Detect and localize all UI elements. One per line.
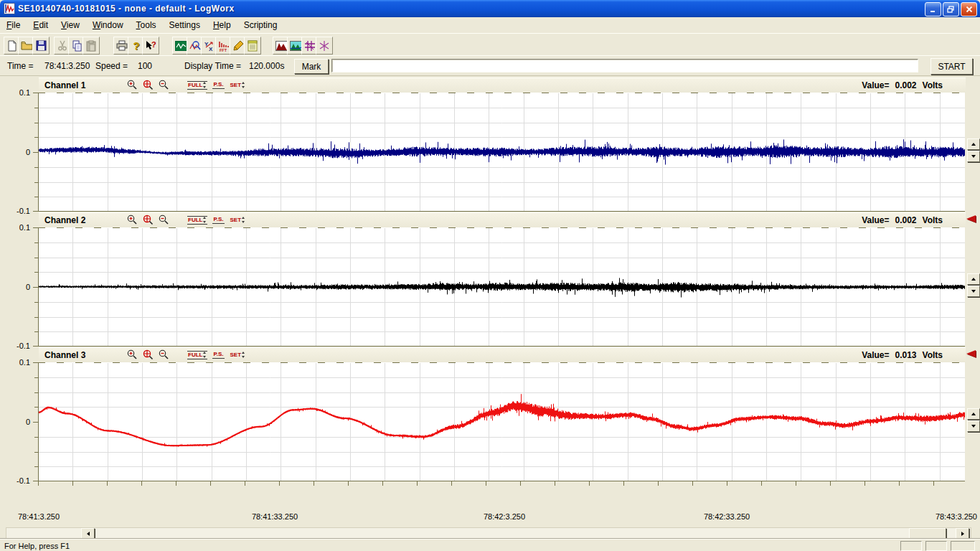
channel-settings-button[interactable] xyxy=(244,37,261,55)
channel2-name: Channel 2 xyxy=(44,215,85,225)
display-time-value: 120.000s xyxy=(249,61,284,71)
y-axis-label: 0 xyxy=(0,148,30,156)
menu-scripting[interactable]: Scripting xyxy=(237,19,284,32)
channel3-value: Value= 0.013 Volts xyxy=(862,350,943,360)
channel2-header: Channel 2 FULL P.S. SET Value= 0.002 Vol… xyxy=(39,212,966,228)
compare-axes-button[interactable] xyxy=(316,37,333,55)
down-arrow-icon xyxy=(971,155,976,158)
mark-button[interactable]: Mark xyxy=(294,59,329,74)
channel2-offset-spinner xyxy=(967,273,979,298)
spin-down-button[interactable] xyxy=(967,420,980,432)
zoom-out-icon[interactable] xyxy=(159,215,169,225)
menu-window[interactable]: Window xyxy=(86,19,130,32)
x-axis-label: 78:41:33.250 xyxy=(252,512,298,521)
channel3-marker-arrow[interactable] xyxy=(966,350,976,357)
updown-arrow-icon xyxy=(242,352,245,358)
red-mountain-icon xyxy=(275,41,288,51)
minimize-icon xyxy=(930,6,937,13)
scroll-right-button[interactable] xyxy=(956,528,969,540)
paste-button[interactable] xyxy=(83,37,100,55)
pencil-icon xyxy=(233,40,244,51)
menu-settings[interactable]: Settings xyxy=(163,19,207,32)
speed-value: 100 xyxy=(138,61,152,71)
question-mark-icon: ? xyxy=(133,39,139,52)
y-axis-label: -0.1 xyxy=(0,342,30,350)
updown-arrow-icon xyxy=(203,217,207,223)
channel2-plot[interactable] xyxy=(32,227,965,347)
status-bar: For Help, press F1 xyxy=(0,539,980,551)
x-axis-label: 78:41:3.250 xyxy=(18,512,60,521)
channel3-name: Channel 3 xyxy=(44,350,85,360)
zoom-pan-icon[interactable] xyxy=(143,80,154,90)
close-icon xyxy=(966,6,973,13)
spin-down-button[interactable] xyxy=(967,151,980,162)
svg-text:?: ? xyxy=(151,40,156,49)
menu-tools[interactable]: Tools xyxy=(130,19,163,32)
printer-icon xyxy=(116,40,128,51)
channel3-offset-spinner xyxy=(967,408,979,433)
ps-scale-button[interactable]: P.S. xyxy=(212,351,224,359)
ps-scale-button[interactable]: P.S. xyxy=(212,216,224,224)
set-scale-button[interactable]: SET xyxy=(230,217,247,224)
value-unit: Volts xyxy=(923,350,943,360)
main-toolbar: ? ? YX FFT xyxy=(0,33,980,56)
channel1-toolbar: FULL P.S. SET xyxy=(127,80,246,90)
restore-button[interactable] xyxy=(943,2,959,17)
zoom-pan-icon[interactable] xyxy=(143,349,154,360)
scrollbar-thumb[interactable] xyxy=(909,528,946,540)
spin-up-button[interactable] xyxy=(967,408,980,420)
channel2-marker-arrow[interactable] xyxy=(966,215,976,222)
svg-text:X: X xyxy=(209,46,213,52)
app-logo-icon xyxy=(4,3,15,14)
updown-arrow-icon xyxy=(203,82,207,88)
spin-down-button[interactable] xyxy=(967,286,980,297)
zoom-out-icon[interactable] xyxy=(159,349,169,360)
save-button[interactable] xyxy=(32,37,50,55)
waveform-display-icon xyxy=(175,41,187,51)
set-scale-button[interactable]: SET xyxy=(230,352,247,359)
down-arrow-icon xyxy=(971,290,976,293)
menu-file[interactable]: File xyxy=(0,19,27,32)
title-bar: SE10140740-10181015 - none - default - L… xyxy=(0,0,980,17)
svg-text:FFT: FFT xyxy=(220,48,227,52)
settings-list-icon xyxy=(248,40,258,52)
channel3-plot[interactable] xyxy=(32,362,965,481)
channel1-offset-spinner xyxy=(967,138,979,163)
close-button[interactable] xyxy=(961,2,977,17)
full-scale-button[interactable]: FULL xyxy=(187,351,207,359)
spin-up-button[interactable] xyxy=(967,138,980,150)
menu-edit[interactable]: Edit xyxy=(27,19,55,32)
right-arrow-icon xyxy=(961,532,964,536)
menu-view[interactable]: View xyxy=(55,19,86,32)
status-pane xyxy=(925,541,947,551)
zoom-waveform-icon xyxy=(189,40,201,52)
minimize-button[interactable] xyxy=(925,2,941,17)
channel1-plot[interactable] xyxy=(32,93,965,212)
set-scale-button[interactable]: SET xyxy=(230,82,247,89)
channel2-value: Value= 0.002 Volts xyxy=(862,215,943,225)
full-scale-button[interactable]: FULL xyxy=(187,216,207,225)
channel3-toolbar: FULL P.S. SET xyxy=(127,349,246,360)
time-label: Time = xyxy=(7,61,34,71)
menu-help[interactable]: Help xyxy=(207,19,237,32)
zoom-in-icon[interactable] xyxy=(127,349,138,360)
zoom-pan-icon[interactable] xyxy=(143,215,154,225)
scroll-left-button[interactable] xyxy=(81,528,95,540)
spin-up-button[interactable] xyxy=(967,273,980,285)
context-help-button[interactable]: ? xyxy=(142,37,159,55)
y-axis-label: 0.1 xyxy=(0,358,30,367)
speed-label: Speed = xyxy=(95,61,128,71)
zoom-out-icon[interactable] xyxy=(159,80,169,90)
down-arrow-icon xyxy=(971,425,976,428)
start-button[interactable]: START xyxy=(930,58,973,75)
paste-clipboard-icon xyxy=(86,40,96,52)
zoom-in-icon[interactable] xyxy=(127,80,138,90)
position-progress-bar xyxy=(331,59,918,72)
logworx-window: SE10140740-10181015 - none - default - L… xyxy=(0,0,980,551)
up-arrow-icon xyxy=(971,143,976,146)
ps-scale-button[interactable]: P.S. xyxy=(212,81,224,89)
zoom-in-icon[interactable] xyxy=(127,215,138,225)
full-scale-button[interactable]: FULL xyxy=(187,81,207,90)
copy-icon xyxy=(72,40,83,52)
compare-axes-icon xyxy=(319,40,330,52)
